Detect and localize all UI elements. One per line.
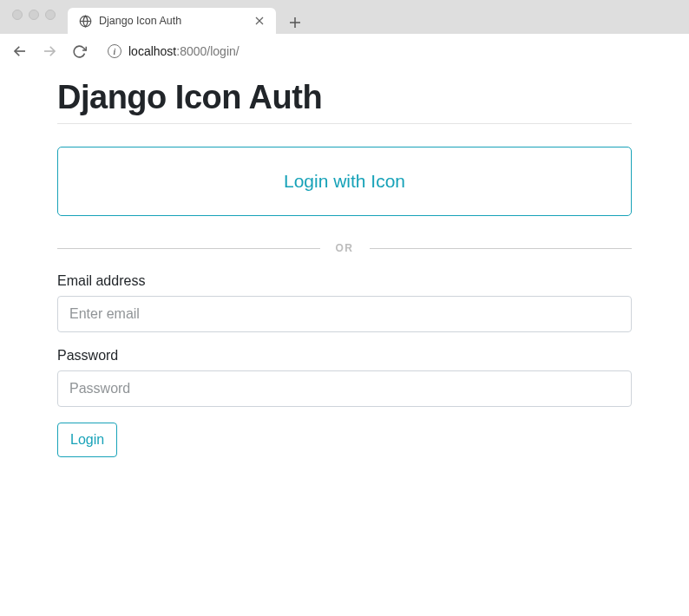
- url-host: localhost: [128, 44, 176, 58]
- divider: OR: [57, 242, 632, 254]
- back-button[interactable]: [10, 42, 30, 61]
- email-label: Email address: [57, 273, 632, 289]
- url-text: localhost:8000/login/: [128, 44, 240, 58]
- url-path: /login/: [207, 44, 239, 58]
- email-group: Email address: [57, 273, 632, 332]
- forward-button[interactable]: [40, 42, 59, 61]
- page-title: Django Icon Auth: [57, 79, 632, 124]
- page-content: Django Icon Auth Login with Icon OR Emai…: [0, 69, 689, 457]
- divider-line-right: [370, 248, 633, 249]
- email-field[interactable]: [57, 296, 632, 332]
- new-tab-button[interactable]: [283, 11, 307, 34]
- browser-tab[interactable]: Django Icon Auth: [68, 8, 276, 34]
- url-port: :8000: [176, 44, 207, 58]
- window-controls: [0, 0, 68, 20]
- browser-toolbar: i localhost:8000/login/: [0, 34, 689, 69]
- url-bar[interactable]: i localhost:8000/login/: [99, 39, 679, 63]
- tab-bar: Django Icon Auth: [0, 0, 689, 34]
- password-field[interactable]: [57, 370, 632, 407]
- login-with-icon-button[interactable]: Login with Icon: [57, 147, 632, 216]
- window-maximize-dot[interactable]: [45, 10, 56, 20]
- window-close-dot[interactable]: [12, 10, 23, 20]
- close-icon[interactable]: [253, 15, 266, 27]
- password-label: Password: [57, 348, 632, 364]
- browser-chrome: Django Icon Auth: [0, 0, 689, 69]
- divider-line-left: [57, 248, 320, 249]
- info-icon[interactable]: i: [108, 44, 121, 58]
- login-button[interactable]: Login: [57, 423, 117, 457]
- reload-button[interactable]: [69, 42, 89, 61]
- tab-title: Django Icon Auth: [99, 15, 246, 27]
- window-minimize-dot[interactable]: [29, 10, 39, 20]
- password-group: Password: [57, 348, 632, 407]
- globe-icon: [78, 14, 92, 28]
- divider-text: OR: [320, 242, 370, 254]
